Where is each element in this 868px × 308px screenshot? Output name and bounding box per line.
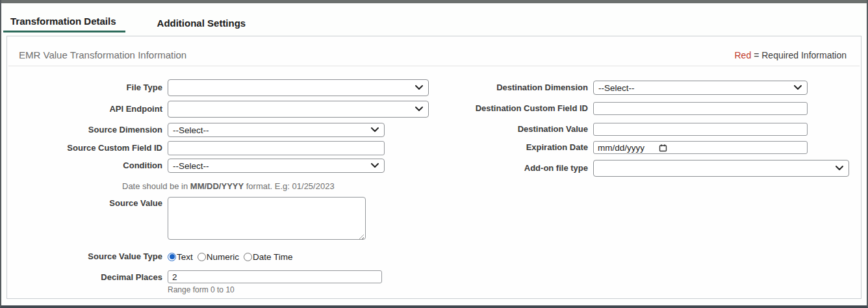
source-custom-field-id-label: Source Custom Field ID [8, 143, 168, 153]
destination-dimension-label: Destination Dimension [463, 83, 593, 93]
form-column-right: Destination Dimension --Select-- Destina… [463, 81, 849, 177]
legend-text: = Required Information [754, 50, 847, 60]
decimal-places-hint: Range form 0 to 10 [168, 285, 382, 294]
panel-header: EMR Value Transformation Information Red… [8, 36, 860, 66]
radio-selected-icon [168, 253, 176, 261]
radio-numeric[interactable]: Numeric [198, 252, 239, 262]
chevron-down-icon [836, 166, 843, 171]
chevron-down-icon [794, 85, 802, 90]
tab-bar: Transformation Details Additional Settin… [3, 13, 255, 32]
field-row-addon-file-type: Add-on file type [463, 160, 849, 177]
source-value-type-radios: Text Numeric Date Time [168, 252, 298, 262]
radio-unselected-icon [198, 253, 206, 261]
api-endpoint-select[interactable] [168, 101, 429, 118]
field-row-condition: Condition --Select-- [8, 159, 429, 173]
file-type-select[interactable] [168, 79, 429, 96]
file-type-label: File Type [8, 83, 168, 93]
source-value-textarea[interactable] [168, 197, 366, 240]
field-row-source-value-type: Source Value Type Text Numeric Date T [8, 251, 429, 262]
radio-unselected-icon [244, 253, 252, 261]
addon-file-type-label: Add-on file type [463, 163, 593, 173]
field-row-source-custom-field-id: Source Custom Field ID [8, 141, 429, 155]
source-value-type-label: Source Value Type [8, 251, 168, 262]
condition-select[interactable]: --Select-- [168, 159, 385, 173]
destination-value-label: Destination Value [463, 124, 593, 135]
emr-transformation-panel: EMR Value Transformation Information Red… [6, 36, 862, 299]
source-dimension-label: Source Dimension [8, 125, 168, 135]
field-row-api-endpoint: API Endpoint [8, 101, 429, 118]
radio-date-time[interactable]: Date Time [244, 252, 293, 262]
field-row-source-dimension: Source Dimension --Select-- [8, 123, 429, 137]
field-row-expiration-date: Expiration Date mm/dd/yyyy [463, 141, 849, 154]
date-hint-prefix: Date should be in [122, 181, 190, 191]
tab-transformation-details[interactable]: Transformation Details [3, 13, 125, 32]
destination-dimension-value: --Select-- [598, 83, 635, 93]
required-legend: Red= Required Information [735, 50, 847, 60]
field-row-source-value: Source Value [8, 197, 429, 242]
destination-dimension-select[interactable]: --Select-- [593, 81, 808, 95]
source-custom-field-id-input[interactable] [168, 141, 385, 155]
chevron-down-icon [415, 107, 423, 112]
decimal-places-input[interactable] [168, 270, 382, 283]
field-row-decimal-places: Decimal Places Range form 0 to 10 [8, 270, 429, 294]
source-dimension-value: --Select-- [173, 125, 209, 135]
field-row-destination-custom-field-id: Destination Custom Field ID [463, 102, 849, 115]
destination-custom-field-id-input[interactable] [593, 102, 808, 115]
field-row-destination-dimension: Destination Dimension --Select-- [463, 81, 849, 95]
source-dimension-select[interactable]: --Select-- [168, 123, 385, 137]
field-row-file-type: File Type [8, 79, 429, 96]
radio-date-time-label: Date Time [253, 252, 293, 262]
chevron-down-icon [415, 85, 423, 90]
top-bar [1, 0, 867, 3]
tab-additional-settings[interactable]: Additional Settings [150, 15, 255, 32]
condition-value: --Select-- [173, 161, 209, 171]
destination-value-input[interactable] [593, 123, 808, 136]
condition-label: Condition [8, 160, 168, 171]
radio-text-label: Text [177, 252, 193, 262]
destination-custom-field-id-label: Destination Custom Field ID [463, 103, 593, 114]
form-column-left: File Type API Endpoint [8, 79, 429, 294]
decimal-places-stack: Range form 0 to 10 [168, 270, 382, 294]
date-format-hint: Date should be in MM/DD/YYYY format. E.g… [122, 181, 429, 191]
chevron-down-icon [371, 163, 379, 168]
api-endpoint-label: API Endpoint [8, 104, 168, 114]
date-hint-format: MM/DD/YYYY [190, 181, 244, 191]
source-value-textarea-wrap [168, 197, 366, 242]
addon-file-type-select[interactable] [593, 160, 849, 177]
field-row-destination-value: Destination Value [463, 123, 849, 136]
legend-red-word: Red [735, 50, 752, 60]
app-window: Transformation Details Additional Settin… [0, 0, 868, 308]
expiration-date-placeholder: mm/dd/yyyy [598, 143, 645, 153]
expiration-date-input[interactable]: mm/dd/yyyy [593, 141, 808, 154]
calendar-icon[interactable] [659, 144, 667, 152]
date-hint-suffix: format. E.g: 01/25/2023 [244, 181, 334, 191]
source-value-label: Source Value [8, 197, 168, 209]
chevron-down-icon [371, 127, 379, 133]
decimal-places-label: Decimal Places [8, 270, 168, 283]
expiration-date-label: Expiration Date [463, 142, 593, 153]
radio-text[interactable]: Text [168, 252, 193, 262]
radio-numeric-label: Numeric [207, 252, 239, 262]
panel-title: EMR Value Transformation Information [19, 49, 186, 60]
